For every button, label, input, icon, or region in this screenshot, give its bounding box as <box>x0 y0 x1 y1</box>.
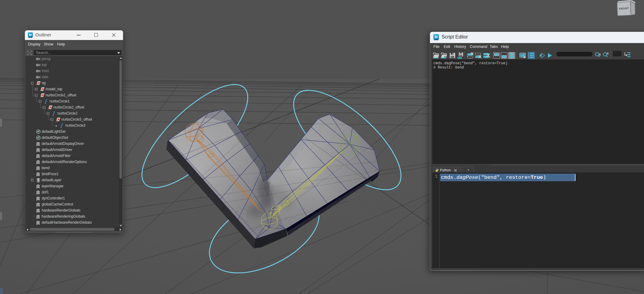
svg-text:M: M <box>435 35 438 39</box>
svg-text:M: M <box>29 33 32 37</box>
